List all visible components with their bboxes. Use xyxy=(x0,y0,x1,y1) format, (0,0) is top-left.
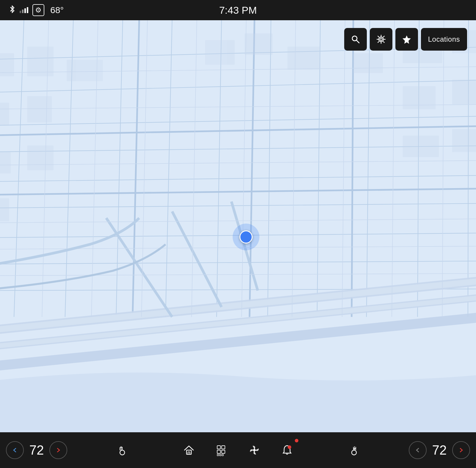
location-marker xyxy=(233,224,259,250)
svg-marker-72 xyxy=(403,35,411,44)
center-nav-icons xyxy=(177,438,299,462)
left-temp-control: 72 xyxy=(6,441,67,459)
svg-rect-60 xyxy=(27,96,52,123)
map-container: Locations xyxy=(0,20,476,432)
svg-rect-82 xyxy=(222,450,225,453)
map-controls: Locations xyxy=(344,28,467,51)
bottom-bar: 72 xyxy=(0,432,476,468)
svg-rect-66 xyxy=(403,136,439,157)
left-temp-decrease[interactable] xyxy=(6,441,24,459)
map-settings-button[interactable] xyxy=(370,28,392,51)
svg-rect-58 xyxy=(287,47,320,70)
status-bar: ⚙ 68° 7:43 PM xyxy=(0,0,476,20)
notification-button[interactable] xyxy=(275,438,299,462)
left-temperature: 72 xyxy=(26,443,47,458)
svg-point-70 xyxy=(380,38,382,40)
bluetooth-icon xyxy=(9,5,15,15)
svg-rect-56 xyxy=(205,40,235,65)
location-dot-outer xyxy=(233,224,259,250)
right-temp-decrease[interactable] xyxy=(409,441,427,459)
svg-rect-53 xyxy=(0,53,14,77)
home-button[interactable] xyxy=(177,438,201,462)
svg-point-71 xyxy=(379,37,383,42)
settings-icon[interactable]: ⚙ xyxy=(32,4,44,16)
svg-rect-61 xyxy=(0,152,11,174)
svg-rect-65 xyxy=(452,79,476,104)
svg-point-87 xyxy=(288,445,291,449)
svg-line-69 xyxy=(356,40,359,43)
svg-rect-85 xyxy=(222,454,223,456)
right-heat-button[interactable] xyxy=(342,438,366,462)
right-temp-increase[interactable] xyxy=(452,441,470,459)
svg-rect-81 xyxy=(217,450,220,453)
favorites-button[interactable] xyxy=(395,28,418,51)
location-dot-inner xyxy=(239,230,253,244)
status-temperature: 68° xyxy=(50,5,64,15)
svg-rect-57 xyxy=(245,33,273,55)
left-heat-button[interactable] xyxy=(110,438,134,462)
svg-rect-83 xyxy=(217,454,219,456)
svg-rect-54 xyxy=(27,47,54,77)
svg-point-88 xyxy=(352,450,356,455)
svg-rect-79 xyxy=(217,446,220,449)
status-left: ⚙ 68° xyxy=(9,4,64,16)
svg-rect-63 xyxy=(0,198,9,221)
svg-rect-55 xyxy=(67,60,103,81)
right-temp-control: 72 xyxy=(409,441,470,459)
locations-button[interactable]: Locations xyxy=(421,28,467,51)
svg-rect-67 xyxy=(452,129,476,152)
status-time: 7:43 PM xyxy=(219,4,257,16)
apps-button[interactable] xyxy=(210,438,234,462)
svg-rect-80 xyxy=(222,446,225,449)
signal-icon xyxy=(20,7,28,13)
right-temperature: 72 xyxy=(429,443,450,458)
svg-rect-52 xyxy=(353,53,383,73)
svg-rect-84 xyxy=(220,454,221,456)
search-button[interactable] xyxy=(344,28,367,51)
svg-rect-62 xyxy=(27,146,54,170)
fan-button[interactable] xyxy=(242,438,266,462)
left-temp-increase[interactable] xyxy=(49,441,67,459)
svg-rect-59 xyxy=(0,103,9,126)
svg-rect-64 xyxy=(403,86,436,109)
svg-point-73 xyxy=(120,450,125,455)
